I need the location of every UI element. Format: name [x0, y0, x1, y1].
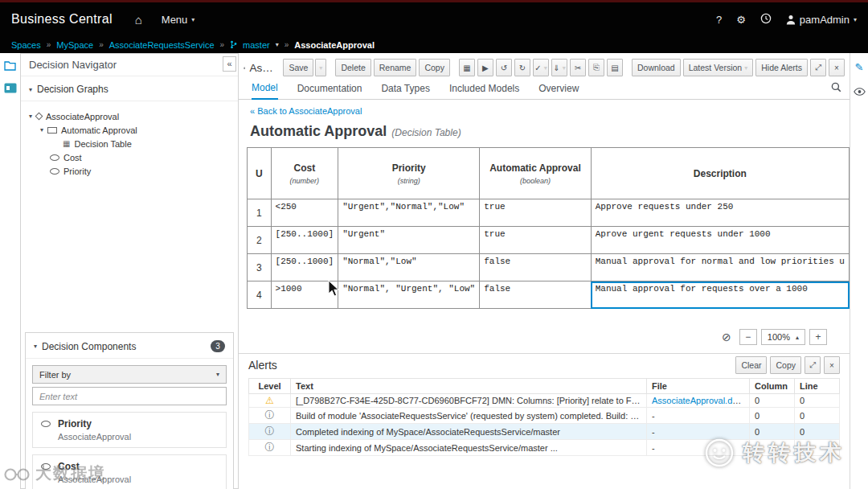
hide-alerts-button[interactable]: Hide Alerts — [755, 59, 808, 76]
alert-row[interactable]: ⓘ Starting indexing of MySpace/Associate… — [249, 440, 840, 456]
alert-row-highlighted[interactable]: ⓘ Completed indexing of MySpace/Associat… — [249, 424, 840, 440]
collapse-panel-button[interactable]: « — [223, 56, 236, 72]
priority-cell[interactable]: "Normal","Low" — [338, 254, 480, 281]
breadcrumb-spaces[interactable]: Spaces — [11, 40, 41, 50]
download-button[interactable]: Download — [632, 59, 681, 76]
cut-button[interactable]: ✂ — [570, 59, 586, 76]
component-item-priority[interactable]: Priority AssociateApproval — [32, 412, 227, 448]
tree-node-cost[interactable]: Cost — [21, 150, 238, 164]
decision-navigator-panel: Decision Navigator « ▾ Decision Graphs ▾… — [20, 53, 239, 489]
col-level: Level — [249, 379, 291, 394]
column-header-cost[interactable]: Cost (number) — [271, 148, 338, 199]
preview-panel-button[interactable] — [854, 84, 866, 99]
description-cell-selected[interactable]: Manual approval for requests over a 1000 — [591, 281, 849, 309]
home-icon: ⌂ — [135, 13, 142, 27]
zoom-in-button[interactable]: + — [809, 329, 827, 345]
maximize-alerts-button[interactable]: ⤢ — [805, 356, 821, 374]
alert-row[interactable]: ⓘ Build of module 'AssociateRequestsServ… — [249, 408, 840, 424]
priority-cell[interactable]: "Urgent" — [338, 227, 480, 254]
cost-cell[interactable]: [250..1000] — [271, 254, 338, 281]
save-dropdown-button[interactable]: ▾ — [315, 59, 326, 76]
clear-alerts-button[interactable]: Clear — [735, 356, 767, 374]
settings-button[interactable]: ⚙ — [736, 14, 746, 26]
priority-cell[interactable]: "Urgent","Normal","Low" — [338, 199, 480, 227]
breadcrumb-separator: » — [47, 40, 51, 49]
hit-policy-cell[interactable]: U — [248, 148, 272, 199]
approval-cell[interactable]: true — [480, 227, 592, 254]
rename-button[interactable]: Rename — [374, 59, 417, 76]
component-item-cost[interactable]: Cost AssociateApproval — [32, 454, 227, 489]
user-menu[interactable]: pamAdmin ▾ — [786, 14, 857, 26]
approval-cell[interactable]: false — [480, 281, 592, 309]
components-filter-select[interactable]: Filter by ▾ — [32, 365, 227, 384]
decision-graphs-header[interactable]: ▾ Decision Graphs — [21, 76, 238, 101]
row-number-cell[interactable]: 4 — [248, 281, 272, 309]
navigator-header: Decision Navigator « — [21, 54, 238, 76]
tree-node-root[interactable]: ▾ AssociateApproval — [21, 109, 238, 123]
cost-cell[interactable]: <250 — [271, 199, 338, 227]
paste-button[interactable]: ▤ — [607, 59, 623, 76]
zoom-controls: ⊘ − 100% ▴ + — [718, 329, 827, 345]
row-number-cell[interactable]: 3 — [248, 254, 272, 281]
zoom-out-button[interactable]: − — [739, 329, 757, 345]
cost-cell[interactable]: >1000 — [271, 281, 338, 309]
copy-alerts-button[interactable]: Copy — [770, 356, 801, 374]
save-button[interactable]: Save — [283, 59, 313, 76]
column-header-priority[interactable]: Priority (string) — [338, 148, 480, 199]
reset-zoom-button[interactable]: ⊘ — [718, 329, 735, 345]
breadcrumb-branch-selector[interactable]: master — [243, 40, 270, 50]
approval-cell[interactable]: true — [480, 199, 592, 227]
tree-node-decision-table[interactable]: ▦ Decision Table — [21, 137, 238, 150]
description-cell[interactable]: Manual approval for normal and low prior… — [591, 254, 849, 281]
decision-components-header[interactable]: ▾ Decision Components 3 — [26, 333, 233, 359]
tab-documentation[interactable]: Documentation — [297, 83, 362, 99]
home-button[interactable]: ⌂ — [135, 13, 142, 27]
column-header-description[interactable]: Description — [591, 148, 849, 199]
column-header-automatic-approval[interactable]: Automatic Approval (boolean) — [480, 148, 592, 199]
right-dock-strip: ✎ — [850, 53, 868, 489]
run-button[interactable]: ▶ — [477, 59, 493, 76]
alert-row[interactable]: ⚠ [_D798B27C-F34E-425D-8C77-CD6960BFCF72… — [249, 394, 840, 408]
row-number-cell[interactable]: 1 — [248, 199, 272, 227]
tree-node-priority[interactable]: Priority — [21, 164, 238, 178]
tree-node-decision[interactable]: ▾ Automatic Approval — [21, 123, 238, 137]
input-data-icon — [41, 421, 51, 427]
description-cell[interactable]: Approve requests under 250 — [591, 199, 849, 227]
zoom-level-select[interactable]: 100% ▴ — [761, 329, 805, 345]
navigator-panel-button[interactable] — [4, 82, 17, 97]
close-alerts-button[interactable]: × — [824, 356, 840, 374]
lock-icon — [244, 63, 245, 73]
maximize-editor-button[interactable]: ⤢ — [810, 59, 826, 76]
priority-cell[interactable]: "Normal", "Urgent", "Low" — [338, 281, 480, 309]
menu-dropdown[interactable]: Menu ▾ — [162, 14, 195, 26]
breadcrumb-myspace[interactable]: MySpace — [56, 40, 93, 50]
apps-button[interactable] — [760, 13, 772, 27]
tab-included-models[interactable]: Included Models — [449, 83, 519, 99]
properties-panel-button[interactable]: ✎ — [855, 61, 864, 73]
alert-file-link[interactable]: AssociateApproval.dmn — [652, 396, 745, 405]
explore-panel-button[interactable] — [4, 60, 16, 74]
cost-cell[interactable]: [250..1000] — [271, 227, 338, 254]
search-icon[interactable] — [831, 82, 841, 95]
components-search-input[interactable] — [32, 387, 227, 405]
chevron-down-icon: ▾ — [276, 41, 279, 48]
tab-overview[interactable]: Overview — [538, 83, 579, 99]
back-to-diagram-link[interactable]: « Back to AssociateApproval — [250, 106, 362, 116]
export-button[interactable]: ⇓▾ — [551, 59, 567, 76]
row-number-cell[interactable]: 2 — [248, 227, 272, 254]
tab-model[interactable]: Model — [252, 82, 278, 100]
latest-version-dropdown[interactable]: Latest Version ▾ — [683, 59, 754, 76]
breadcrumb-project[interactable]: AssociateRequestsService — [109, 40, 215, 50]
description-cell[interactable]: Aprove urgent requests under 1000 — [591, 227, 849, 254]
object-group-button[interactable]: ▦ — [459, 59, 475, 76]
delete-button[interactable]: Delete — [335, 59, 371, 76]
approval-cell[interactable]: false — [480, 254, 592, 281]
close-editor-button[interactable]: × — [829, 59, 845, 76]
validate-button[interactable]: ✓▾ — [533, 59, 549, 76]
undo-button[interactable]: ↺ — [496, 59, 512, 76]
copy-button[interactable]: Copy — [419, 59, 450, 76]
tab-data-types[interactable]: Data Types — [381, 83, 429, 99]
redo-button[interactable]: ↻ — [514, 59, 530, 76]
help-button[interactable]: ? — [716, 14, 722, 26]
duplicate-button[interactable]: ⎘ — [588, 59, 604, 76]
